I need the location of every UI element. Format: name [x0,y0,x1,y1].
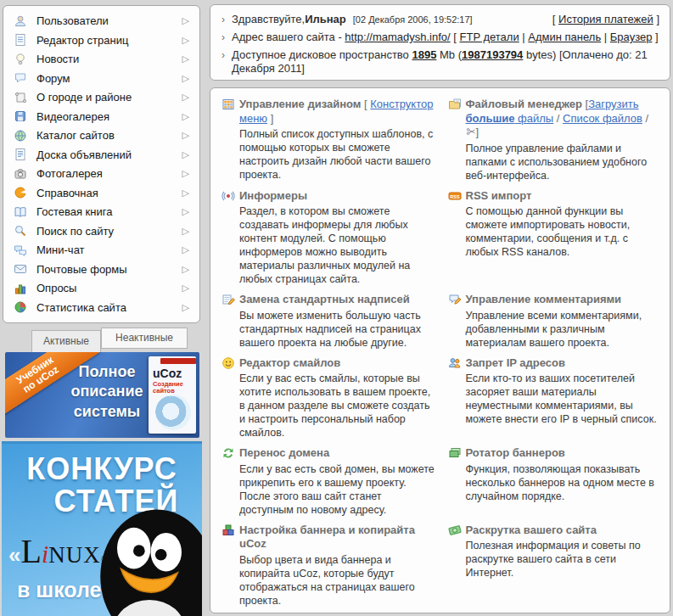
mail-icon [14,262,27,276]
feature-description: Выбор цвета и вида баннера и копирайта u… [239,553,435,608]
chevron-right-icon: ▷ [182,226,189,237]
commentpencil-icon [448,293,462,306]
feature-description: Если кто-то из ваших посетителей засоряе… [466,372,662,426]
disk-space-line: › Доступное дисковое пространство 1895 M… [222,48,659,76]
sidebar-item-globe[interactable]: Каталог сайтов ▷ [8,126,195,144]
feature-description: Раздел, в котором вы сможете создавать и… [239,204,435,286]
sidebar-item-label: Мини-чат [36,244,85,256]
feature-folder: Файловый менеджер [Загрузить большие фай… [448,98,662,182]
sidebar-item-label: Доска объявлений [36,148,132,161]
sidebar-item-video[interactable]: Видеогалерея ▷ [8,108,195,126]
sidebar-item-search[interactable]: Поиск по сайту ▷ [8,222,195,240]
feature-title: Информеры [239,189,435,204]
features-grid: Управление дизайном [ Конструктор меню ]… [222,98,661,613]
feature-description: Полный список доступных шаблонов, с помо… [239,127,435,182]
sidebar-item-label: Редактор страниц [36,34,128,47]
sidebar-item-mail[interactable]: Почтовые формы ▷ [8,260,195,278]
sidebar-item-label: Фотогалерея [36,167,103,180]
greeting-text: Здравствуйте, [232,13,305,26]
payments-history: [ История платежей ] [552,13,659,26]
feature-description: С помощью данной функции вы сможете импо… [466,204,662,259]
recycle-icon [222,446,235,460]
feature-rss: RSS RSS импорт С помощью данной функции … [448,189,662,287]
site-url-link[interactable]: http://mamadysh.info/ [345,31,450,43]
disk-bytes-link[interactable]: 1987193794 [462,48,523,61]
sidebar-item-label: Поиск по сайту [36,225,114,238]
feature-bannerstack: Ротатор баннеров Функция, позволяющая по… [448,446,662,517]
feature-link[interactable]: большие [466,112,515,125]
browser-link[interactable]: Браузер [610,31,653,43]
payments-history-link[interactable]: История платежей [558,13,653,25]
chevron-right-icon: ▷ [182,111,189,122]
folder-icon [448,98,462,111]
chevron-right-icon: ▷ [182,73,189,84]
feature-title: Ротатор баннеров [466,446,662,461]
chevron-right-icon: ▷ [182,244,189,255]
page-icon [14,33,27,47]
sidebar-item-label: Опросы [36,282,76,294]
pie-icon [14,300,27,314]
video-icon [14,109,27,123]
ftp-details-link[interactable]: FTP детали [460,31,519,43]
feature-money: Раскрутка вашего сайта Полезная информац… [448,524,662,608]
sidebar-item-label: Новости [36,53,79,65]
feature-title: RSS импорт [466,189,662,204]
cubes-icon [222,524,235,537]
scroll-icon [14,91,27,104]
disk-mb-link[interactable]: 1895 [412,48,436,61]
help-icon [14,186,27,199]
feature-description: Вы можете изменить большую часть стандар… [239,309,435,350]
sidebar-item-user[interactable]: Пользователи ▷ [8,12,195,30]
chevron-right-icon: ▷ [182,188,189,199]
feature-title: Управление дизайном [ Конструктор меню ] [239,98,435,126]
feature-link[interactable]: Список файлов [563,112,642,125]
tab-active-modules[interactable]: Активные [31,330,101,353]
admin-panel-link[interactable]: Админ панель [528,31,601,43]
tab-inactive-modules[interactable]: Неактивные [101,328,188,349]
feature-title: Перенос домена [239,446,435,461]
feature-title: Раскрутка вашего сайта [466,524,662,538]
feature-design: Управление дизайном [ Конструктор меню ]… [222,98,435,182]
feature-link[interactable]: Загрузить [588,98,638,110]
globe-icon [14,129,27,143]
sidebar-item-camera[interactable]: Фотогалерея ▷ [8,165,195,182]
chevron-right-icon: ▷ [182,53,189,64]
minichat-icon [14,244,27,257]
informer-icon [222,189,235,203]
feature-link[interactable]: файлы [514,112,553,125]
rss-icon: RSS [448,189,462,203]
sidebar-item-page[interactable]: Редактор страниц ▷ [8,31,195,49]
sidebar-item-book[interactable]: Гостевая книга ▷ [8,203,195,221]
banner-linux-contest[interactable]: КОНКУРС СТАТЕЙ « LiNUX® в школе » [2,441,202,616]
chevron-right-icon: ▷ [182,283,189,294]
labels-icon [222,293,235,306]
sidebar-item-pie[interactable]: Статистика сайта ▷ [8,299,195,316]
chevron-icon: › [222,48,232,62]
feature-description: Функция, позволяющая показывать нескольк… [466,462,662,503]
feature-commentpencil: Управление комментариями Управление всем… [448,293,662,350]
sidebar-item-scroll[interactable]: О городе и районе ▷ [8,88,195,106]
sidebar-item-help[interactable]: Справочная ▷ [8,184,195,202]
sidebar-item-bulb[interactable]: Новости ▷ [8,50,195,68]
sidebar-item-minichat[interactable]: Мини-чат ▷ [8,241,195,259]
bannerstack-icon [448,446,462,460]
feature-title: Редактор смайлов [239,356,435,371]
sidebar-item-polls[interactable]: Опросы ▷ [8,279,195,297]
datetime: [02 Декабря 2006, 19:52:17] [353,13,473,26]
sidebar-item-board[interactable]: Доска объявлений ▷ [8,146,195,164]
chevron-right-icon: ▷ [182,35,189,46]
banner-ucoz-textbook[interactable]: Учебник по uCoz Полное описание системы … [5,352,199,438]
forum-icon [14,71,27,85]
book-cover-image: uCoz Создание сайтов [149,356,196,434]
sidebar-item-forum[interactable]: Форум ▷ [8,70,195,87]
scissors-icon[interactable] [466,126,476,137]
chevron-icon: › [222,13,232,26]
chevron-right-icon: ▷ [182,264,189,275]
feature-users2: Запрет IP адресов Если кто-то из ваших п… [448,356,662,440]
feature-labels: Замена стандартных надписей Вы можете из… [222,293,435,350]
sidebar-item-label: Видеогалерея [36,110,109,123]
sidebar-item-label: Справочная [36,187,98,199]
feature-title: Файловый менеджер [Загрузить большие фай… [466,98,662,140]
polls-icon [14,282,27,295]
feature-title-text: / [553,112,563,125]
